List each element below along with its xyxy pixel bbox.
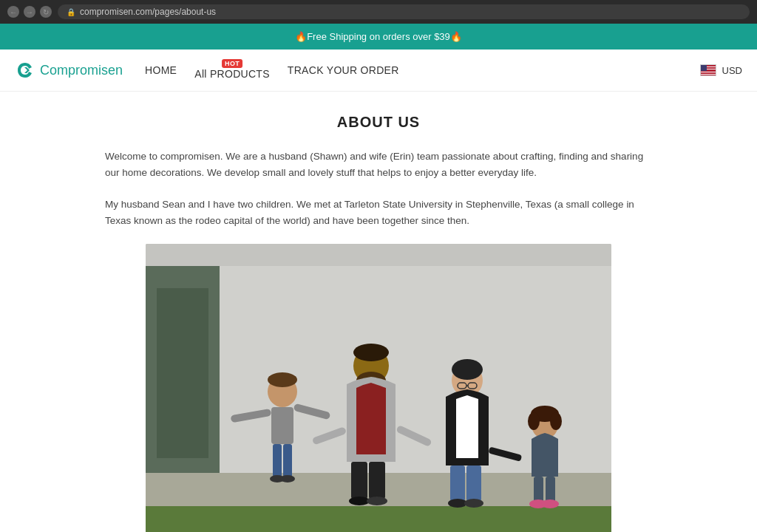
nav-all-products[interactable]: HOT All PRODUCTS <box>194 68 270 80</box>
about-paragraph-1: Welcome to compromisen. We are a husband… <box>105 149 652 182</box>
lock-icon: 🔒 <box>67 8 75 16</box>
svg-rect-18 <box>351 462 367 499</box>
us-flag-icon <box>700 64 716 76</box>
svg-point-21 <box>367 497 387 505</box>
logo-link[interactable]: Compromisen <box>15 60 123 81</box>
logo-text: Compromisen <box>40 63 123 78</box>
svg-point-14 <box>280 475 295 482</box>
svg-point-32 <box>464 499 483 508</box>
svg-point-20 <box>349 497 370 505</box>
back-button[interactable]: ← <box>7 6 19 18</box>
navigation: Compromisen HOME HOT All PRODUCTS TRACK … <box>0 50 757 92</box>
main-content: ABOUT US Welcome to compromisen. We are … <box>90 92 667 532</box>
nav-home[interactable]: HOME <box>145 64 177 76</box>
address-bar[interactable]: 🔒 compromisen.com/pages/about-us <box>58 4 750 19</box>
announcement-text: 🔥Free Shipping on orders over $39🔥 <box>295 31 462 42</box>
svg-rect-12 <box>283 444 292 477</box>
svg-point-7 <box>268 372 297 387</box>
about-paragraph-2: My husband Sean and I have two children.… <box>105 197 652 230</box>
page-title: ABOUT US <box>105 114 652 131</box>
svg-rect-5 <box>146 506 611 532</box>
browser-controls: ← → ↻ <box>7 6 52 18</box>
family-photo <box>146 244 611 532</box>
nav-track-order[interactable]: TRACK YOUR ORDER <box>288 64 399 76</box>
svg-point-17 <box>353 344 389 361</box>
svg-rect-19 <box>369 462 385 499</box>
url-text: compromisen.com/pages/about-us <box>80 7 216 17</box>
svg-rect-30 <box>466 466 481 501</box>
svg-rect-39 <box>546 477 555 502</box>
currency-label: USD <box>722 65 742 76</box>
svg-point-28 <box>452 359 483 380</box>
family-photo-svg <box>146 244 611 532</box>
refresh-button[interactable]: ↻ <box>40 6 52 18</box>
hot-badge: HOT <box>222 59 242 68</box>
svg-point-36 <box>528 412 540 430</box>
svg-rect-29 <box>450 466 465 501</box>
all-products-label: All PRODUCTS <box>194 68 270 80</box>
nav-links: HOME HOT All PRODUCTS TRACK YOUR ORDER <box>145 61 700 80</box>
svg-rect-38 <box>534 477 543 502</box>
browser-chrome: ← → ↻ 🔒 compromisen.com/pages/about-us <box>0 0 757 24</box>
svg-rect-3 <box>157 288 208 458</box>
family-image-container <box>146 244 611 532</box>
announcement-bar: 🔥Free Shipping on orders over $39🔥 <box>0 24 757 50</box>
svg-point-37 <box>550 412 562 430</box>
nav-right: USD <box>700 64 742 76</box>
svg-rect-8 <box>271 407 293 444</box>
forward-button[interactable]: → <box>24 6 35 18</box>
svg-point-41 <box>541 499 559 508</box>
logo-icon <box>15 60 35 81</box>
svg-rect-11 <box>273 444 282 477</box>
